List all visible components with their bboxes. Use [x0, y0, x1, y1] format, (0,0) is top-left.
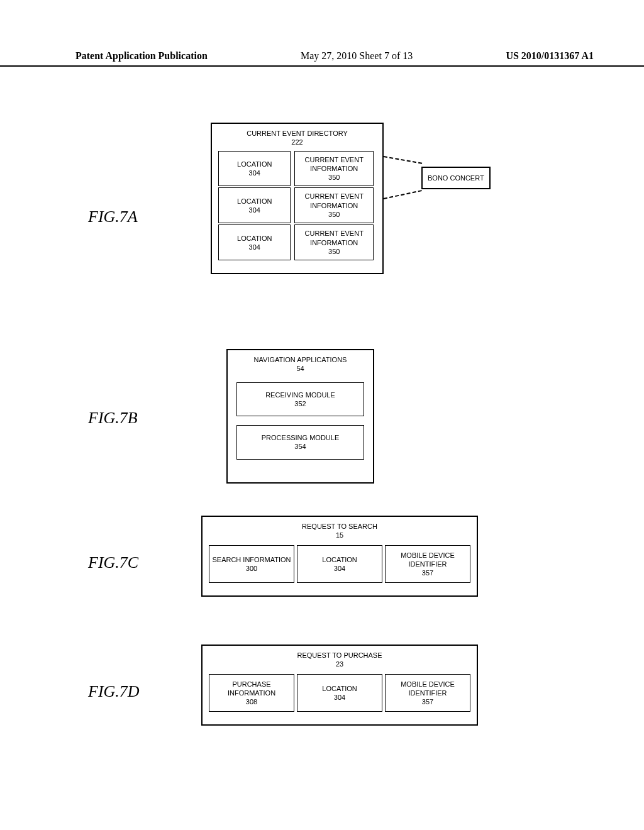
figure-7b-title: NAVIGATION APPLICATIONS 54: [228, 350, 373, 380]
mobile-device-identifier-cell: MOBILE DEVICE IDENTIFIER357: [385, 545, 470, 584]
figure-7d-label: FIG.7D: [88, 682, 140, 701]
module-text: RECEIVING MODULE: [265, 391, 335, 399]
title-num: 23: [336, 660, 343, 668]
location-cell: LOCATION304: [218, 151, 291, 187]
cell-text: MOBILE DEVICE IDENTIFIER357: [388, 551, 467, 578]
module-num: 352: [294, 400, 306, 407]
header-mid: May 27, 2010 Sheet 7 of 13: [301, 50, 413, 62]
location-cell: LOCATION304: [297, 545, 382, 584]
figure-7a-rows: LOCATION304 CURRENT EVENT INFORMATION350…: [212, 151, 382, 274]
cell-text: LOCATION304: [237, 160, 272, 178]
figure-7a-title: CURRENT EVENT DIRECTORY 222: [212, 124, 382, 151]
cell-text: LOCATION304: [322, 684, 357, 702]
figure-7d-row: PURCHASE INFORMATION308 LOCATION304 MOBI…: [203, 674, 477, 712]
location-cell: LOCATION304: [218, 224, 291, 260]
header-left: Patent Application Publication: [75, 50, 208, 62]
figure-7a-callout: BONO CONCERT: [421, 167, 491, 189]
page-header: Patent Application Publication May 27, 2…: [0, 50, 644, 67]
figure-7c-label: FIG.7C: [88, 553, 138, 572]
figure-7d-title: REQUEST TO PURCHASE 23: [203, 646, 477, 674]
cell-text: LOCATION304: [237, 234, 272, 252]
title-text: REQUEST TO SEARCH: [302, 523, 377, 530]
table-row: LOCATION304 CURRENT EVENT INFORMATION350: [218, 224, 376, 260]
location-cell: LOCATION304: [297, 674, 382, 712]
callout-dash-line: [384, 190, 422, 199]
header-right: US 2010/0131367 A1: [506, 50, 594, 62]
title-num: 54: [296, 365, 304, 372]
cell-text: LOCATION304: [237, 197, 272, 215]
title-num: 222: [291, 138, 303, 146]
table-row: LOCATION304 CURRENT EVENT INFORMATION350: [218, 187, 376, 223]
search-information-cell: SEARCH INFORMATION300: [209, 545, 294, 584]
module-text: PROCESSING MODULE: [262, 434, 339, 441]
figure-7c-row: SEARCH INFORMATION300 LOCATION304 MOBILE…: [203, 545, 477, 584]
callout-dash-line: [384, 156, 422, 164]
purchase-information-cell: PURCHASE INFORMATION308: [209, 674, 294, 712]
figure-7b-box: NAVIGATION APPLICATIONS 54 RECEIVING MOD…: [226, 349, 374, 484]
cell-text: PURCHASE INFORMATION308: [212, 680, 291, 707]
figure-7a-label: FIG.7A: [88, 208, 138, 226]
mobile-device-identifier-cell: MOBILE DEVICE IDENTIFIER357: [385, 674, 470, 712]
title-num: 15: [336, 531, 343, 539]
event-info-cell: CURRENT EVENT INFORMATION350: [294, 224, 374, 260]
cell-text: LOCATION304: [322, 555, 357, 573]
figure-7c-box: REQUEST TO SEARCH 15 SEARCH INFORMATION3…: [201, 516, 478, 597]
event-info-cell: CURRENT EVENT INFORMATION350: [294, 151, 374, 187]
receiving-module-box: RECEIVING MODULE 352: [236, 382, 364, 417]
module-num: 354: [294, 443, 306, 450]
cell-text: MOBILE DEVICE IDENTIFIER357: [388, 680, 467, 707]
cell-text: CURRENT EVENT INFORMATION350: [297, 155, 370, 182]
cell-text: CURRENT EVENT INFORMATION350: [297, 192, 370, 219]
figure-7b-label: FIG.7B: [88, 409, 138, 428]
figure-7a-box: CURRENT EVENT DIRECTORY 222 LOCATION304 …: [211, 123, 384, 274]
processing-module-box: PROCESSING MODULE 354: [236, 425, 364, 460]
event-info-cell: CURRENT EVENT INFORMATION350: [294, 187, 374, 223]
title-text: NAVIGATION APPLICATIONS: [254, 356, 347, 363]
table-row: LOCATION304 CURRENT EVENT INFORMATION350: [218, 151, 376, 187]
figure-7d-box: REQUEST TO PURCHASE 23 PURCHASE INFORMAT…: [201, 645, 478, 726]
cell-text: SEARCH INFORMATION300: [212, 555, 291, 573]
title-text: REQUEST TO PURCHASE: [297, 651, 382, 659]
title-text: CURRENT EVENT DIRECTORY: [247, 130, 348, 137]
figure-7c-title: REQUEST TO SEARCH 15: [203, 517, 477, 545]
location-cell: LOCATION304: [218, 187, 291, 223]
cell-text: CURRENT EVENT INFORMATION350: [297, 229, 370, 256]
